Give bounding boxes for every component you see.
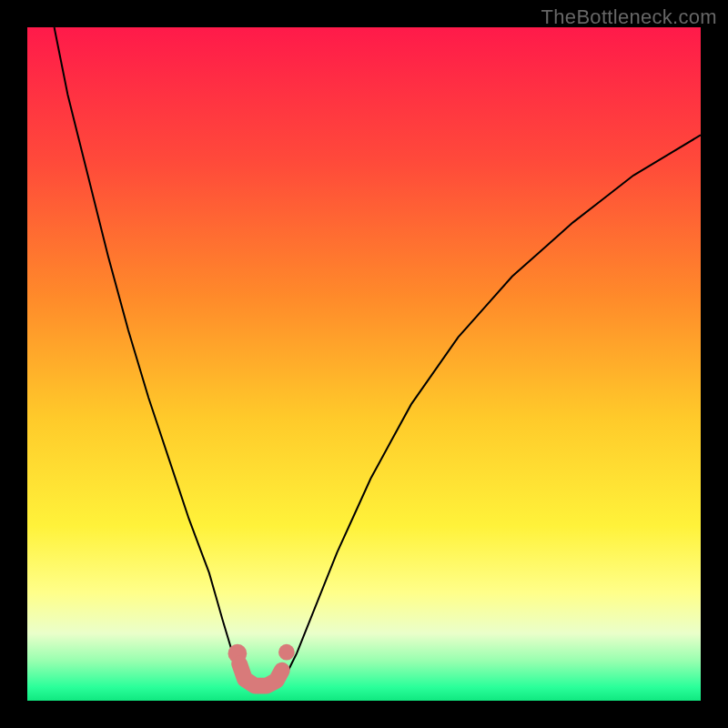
highlight-dot: [278, 644, 295, 661]
watermark-text: TheBottleneck.com: [541, 5, 717, 29]
bottleneck-chart: [27, 27, 701, 701]
gradient-background: [27, 27, 701, 701]
chart-plot-area: [27, 27, 701, 701]
